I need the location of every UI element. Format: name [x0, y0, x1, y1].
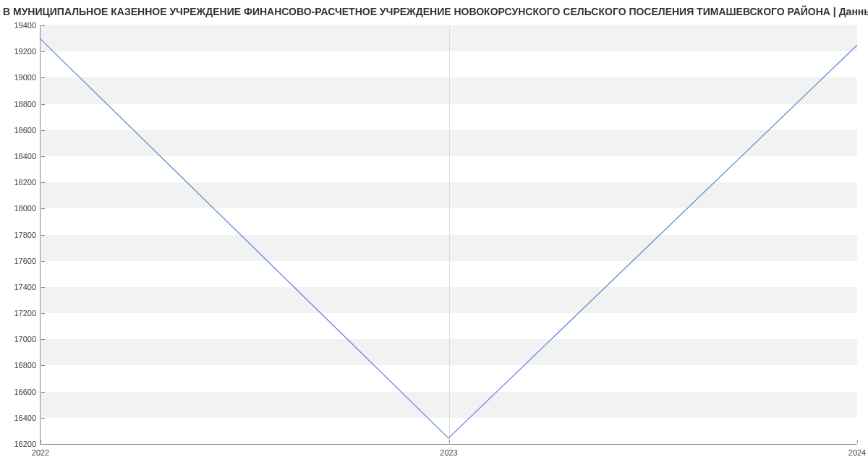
y-tick-label: 18000 [14, 204, 41, 213]
x-tick-label: 2022 [32, 444, 49, 457]
x-tick-label: 2024 [848, 444, 866, 457]
y-tick-label: 19200 [14, 47, 41, 56]
y-tick-label: 18400 [14, 152, 41, 161]
y-tick-label: 18600 [14, 126, 41, 134]
y-tick-label: 17800 [14, 231, 41, 239]
y-tick-label: 16400 [14, 414, 41, 422]
y-tick-label: 17400 [14, 283, 41, 291]
y-tick-label: 17200 [14, 309, 41, 317]
y-tick-label: 19400 [14, 21, 41, 30]
x-tick-label: 2023 [440, 444, 457, 457]
y-tick-label: 18800 [14, 100, 41, 108]
y-tick-label: 19000 [14, 73, 41, 82]
chart-plot-area: 1620016400166001680017000172001740017600… [40, 25, 857, 445]
y-tick-label: 16800 [14, 361, 41, 369]
y-tick-label: 17000 [14, 335, 41, 343]
y-tick-label: 18200 [14, 178, 41, 187]
chart-title: В МУНИЦИПАЛЬНОЕ КАЗЕННОЕ УЧРЕЖДЕНИЕ ФИНА… [0, 0, 868, 20]
y-tick-label: 16600 [14, 388, 41, 396]
y-tick-label: 17600 [14, 257, 41, 265]
line-series [40, 25, 857, 445]
